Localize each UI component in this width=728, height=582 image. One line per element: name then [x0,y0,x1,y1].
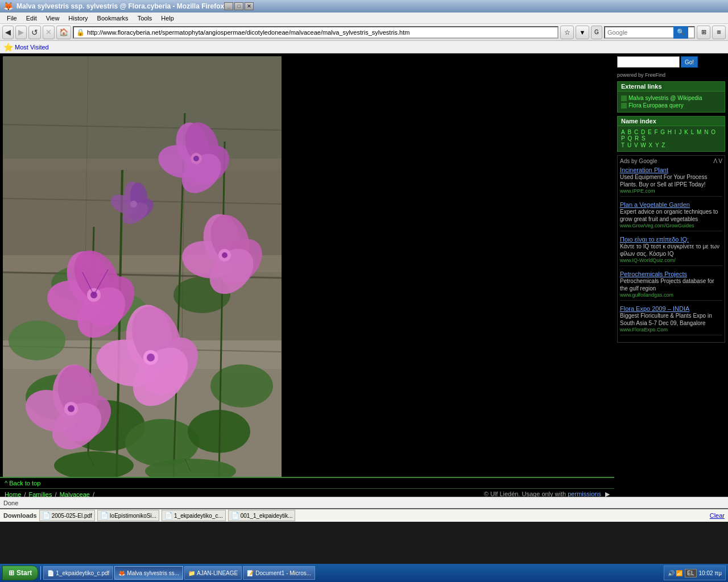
start-button[interactable]: ⊞ Start [2,566,38,580]
address-input[interactable] [87,29,555,36]
idx-a[interactable]: A [621,129,625,135]
idx-y[interactable]: Y [655,142,659,148]
home-btn[interactable]: 🏠 [56,26,71,39]
windows-icon: ⊞ [9,569,14,577]
back-to-top-link[interactable]: ^ Back to top [5,480,40,487]
idx-w[interactable]: W [640,142,646,148]
back-btn[interactable]: ◀ [2,26,14,39]
search-area[interactable]: 🔍 [604,26,695,39]
name-index-content: A B C D E F G H I J K L M N O P Q [618,126,725,151]
external-links-section: External links Malva sylvestris @ Wikipe… [617,81,725,113]
ad-title-5[interactable]: Flora Expo 2009 – INDIA [620,305,722,312]
tray-icons: 🔊 📶 [668,570,683,576]
ad-url-4[interactable]: www.gulfoilandgas.com [620,292,722,298]
menu-help[interactable]: Help [156,14,179,23]
idx-m[interactable]: M [697,129,701,135]
scroll-right-icon[interactable]: ▶ [605,490,610,497]
ad-desc-3: Κάντε το IQ τεστ κ συγκρίνετε το με των … [620,243,722,257]
ad-title-3[interactable]: Ποιο είναι το επίπεδο IQ: [620,236,722,243]
idx-n[interactable]: N [704,129,708,135]
search-go-btn[interactable]: 🔍 [673,26,688,39]
google-icon-btn[interactable]: G [591,26,602,39]
ads-section: Ads by Google Λ V Incineration Plant Use… [617,155,725,343]
menu-file[interactable]: File [2,14,22,23]
svg-point-50 [130,201,137,207]
breadcrumb-home[interactable]: Home [5,491,21,497]
ad-title-1[interactable]: Incineration Plant [620,167,722,173]
search-input[interactable] [605,29,673,36]
idx-j[interactable]: J [679,129,681,135]
start-label: Start [16,569,32,577]
menu-view[interactable]: View [42,14,64,23]
idx-p[interactable]: P [621,135,625,142]
idx-x[interactable]: X [649,142,653,148]
download-file-1[interactable]: 📄 2005-025-El.pdf [39,510,95,521]
idx-b[interactable]: B [627,129,631,135]
idx-e[interactable]: E [648,129,652,135]
download-file-2[interactable]: 📄 IoEpistimonikoSi... [97,510,159,521]
bookmark-star-btn[interactable]: ☆ [560,26,574,39]
close-btn[interactable]: ✕ [245,2,254,10]
idx-f[interactable]: F [654,129,657,135]
sidebar-go-btn[interactable]: Go! [681,56,698,68]
extra-btn[interactable]: ≡ [712,26,726,39]
idx-z[interactable]: Z [661,142,665,148]
idx-k[interactable]: K [684,129,688,135]
idx-o[interactable]: O [711,129,715,135]
ad-url-5[interactable]: www.FloraExpo.Com [620,327,722,332]
language-indicator[interactable]: EL [685,569,696,577]
idx-s[interactable]: S [642,135,646,142]
idx-q[interactable]: Q [627,135,632,142]
sidebar-search-input[interactable] [617,56,680,68]
ad-url-3[interactable]: www.IQ-WorldQuiz.com/ [620,257,722,263]
download-file-3[interactable]: 📄 1_ekpaideytiko_c... [162,510,226,521]
forward-btn[interactable]: ▶ [15,26,27,39]
taskbar-item-4[interactable]: 📝 Document1 - Micros... [243,566,315,580]
menu-edit[interactable]: Edit [22,14,42,23]
reload-btn[interactable]: ↺ [28,26,41,39]
new-tab-btn[interactable]: ⊞ [697,26,710,39]
ad-title-4[interactable]: Petrochemicals Projects [620,271,722,277]
breadcrumb-families[interactable]: Families [29,491,52,497]
taskbar-item-3[interactable]: 📁 AJAN-LINEAGE [184,566,242,580]
ad-url-2[interactable]: www.GrowVeg.com/GrowGuides [620,223,722,228]
idx-r[interactable]: R [635,135,639,142]
external-links-content: Malva sylvestris @ Wikipedia Flora Europ… [618,92,725,112]
idx-g[interactable]: G [660,129,665,135]
nav-extra-btn[interactable]: ▼ [576,26,589,39]
ext-link-icon-2 [621,103,627,109]
ad-title-2[interactable]: Plan a Vegetable Garden [620,201,722,208]
ext-link-wikipedia[interactable]: Malva sylvestris @ Wikipedia [621,95,721,101]
most-visited-bookmark[interactable]: ⭐ Most Visited [3,43,49,52]
download-file-4[interactable]: 📄 001_1_ekpaideytik... [228,510,296,521]
maximize-btn[interactable]: □ [234,2,243,10]
idx-t[interactable]: T [621,142,624,148]
idx-u[interactable]: U [627,142,631,148]
minimize-btn[interactable]: _ [224,2,233,10]
bookmarks-bar: ⭐ Most Visited [0,41,728,53]
stop-btn[interactable]: ✕ [43,26,55,39]
pdf-icon-1: 📄 [42,512,51,519]
address-bar[interactable]: 🔒 [73,26,559,39]
idx-i[interactable]: I [675,129,676,135]
ad-url-1[interactable]: www.IPPE.com [620,188,722,194]
idx-v[interactable]: V [634,142,638,148]
idx-l[interactable]: L [691,129,694,135]
ext-link-flora[interactable]: Flora Europaea query [621,102,721,109]
copyright-link[interactable]: permissions [568,490,601,497]
menu-bookmarks[interactable]: Bookmarks [93,14,133,23]
taskbar-label-2: Malva sylvestris ss... [127,570,179,576]
bookmark-icon: ⭐ [3,43,13,52]
idx-c[interactable]: C [634,129,638,135]
breadcrumb-malvaceae[interactable]: Malvaceae [60,491,90,497]
downloads-clear-btn[interactable]: Clear [710,512,725,519]
browser-icon: 🦊 [3,2,13,11]
menu-tools[interactable]: Tools [133,14,157,23]
taskbar-item-2[interactable]: 🦊 Malva sylvestris ss... [114,566,183,580]
idx-h[interactable]: H [668,129,672,135]
titlebar: 🦊 Malva sylvestris ssp. sylvestris @ Flo… [0,0,728,13]
page-content: ^ Back to top Home / Families / Malvacea… [0,53,614,497]
taskbar-item-1[interactable]: 📄 1_ekpaideytiko_c.pdf [43,566,113,580]
menu-history[interactable]: History [64,14,92,23]
idx-d[interactable]: D [641,129,645,135]
